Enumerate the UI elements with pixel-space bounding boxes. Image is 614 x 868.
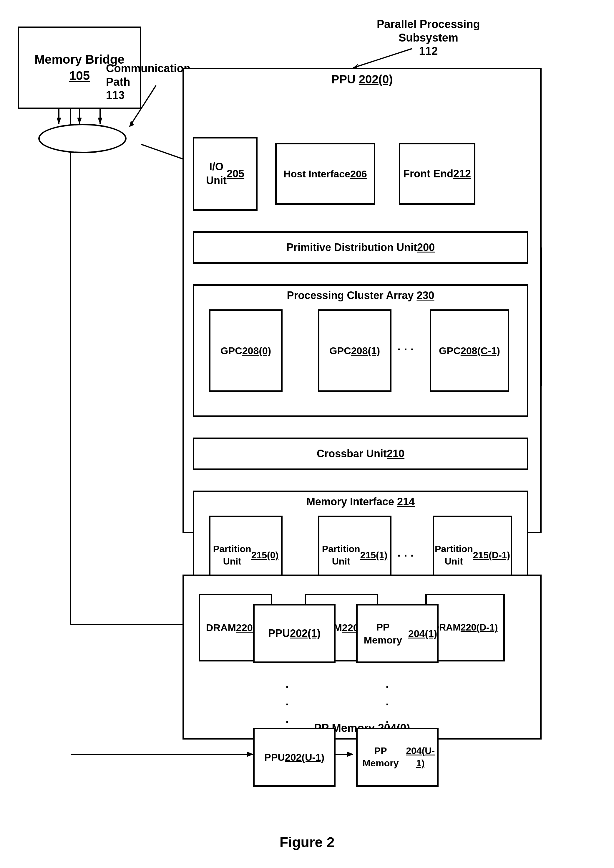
svg-marker-66 xyxy=(247,752,253,757)
ppu-0-label: PPU 202(0) xyxy=(184,72,540,86)
svg-marker-4 xyxy=(78,118,82,124)
primitive-dist-box: Primitive Distribution Unit 200 xyxy=(193,231,528,264)
gpc-c1-box: GPC208(C-1) xyxy=(430,310,509,392)
svg-marker-5 xyxy=(98,118,102,124)
pps-label: Parallel ProcessingSubsystem112 xyxy=(377,18,480,58)
comm-path-label: CommunicationPath113 xyxy=(106,62,191,102)
svg-marker-14 xyxy=(130,121,134,127)
partition-dots: · · · xyxy=(397,548,414,563)
vertical-dots-2: ... xyxy=(386,675,389,728)
gpc-dots: · · · xyxy=(397,342,414,357)
host-interface-box: Host Interface206 xyxy=(275,143,375,205)
svg-marker-69 xyxy=(347,752,353,757)
ppu-u1-box: PPU202(U-1) xyxy=(253,728,336,787)
figure-label: Figure 2 xyxy=(0,834,614,850)
processing-cluster-box: Processing Cluster Array 230 GPC208(0) G… xyxy=(193,284,528,417)
io-unit-box: I/OUnit205 xyxy=(193,137,257,211)
front-end-box: Front End212 xyxy=(399,143,475,205)
pp-memory-u1-box: PP Memory204(U-1) xyxy=(356,728,439,787)
ppu-0-outer-box: PPU 202(0) I/OUnit205 Host Interface206 … xyxy=(183,68,541,533)
gpc-0-box: GPC208(0) xyxy=(209,310,282,392)
crossbar-unit-box: Crossbar Unit 210 xyxy=(193,437,528,470)
gpc-1-box: GPC208(1) xyxy=(318,310,391,392)
disk-ellipse xyxy=(38,124,127,153)
vertical-dots-1: ... xyxy=(285,675,289,728)
pp-memory-1-box: PP Memory204(1) xyxy=(356,604,439,663)
svg-marker-3 xyxy=(57,118,61,124)
ppu-1-box: PPU202(1) xyxy=(253,604,336,663)
diagram-container: Memory Bridge105 CommunicationPath113 Pa… xyxy=(0,0,614,868)
